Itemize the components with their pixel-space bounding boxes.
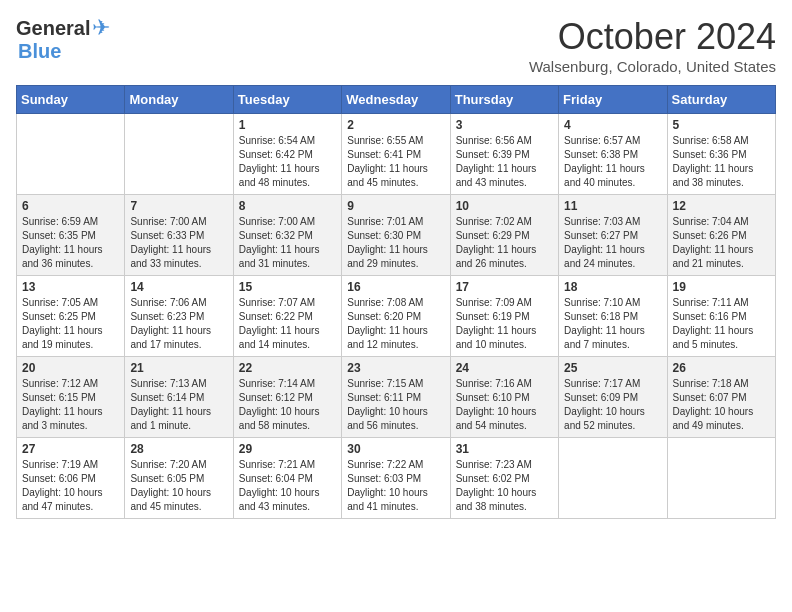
day-number: 6 (22, 199, 119, 213)
calendar-cell: 20Sunrise: 7:12 AMSunset: 6:15 PMDayligh… (17, 357, 125, 438)
calendar-cell: 6Sunrise: 6:59 AMSunset: 6:35 PMDaylight… (17, 195, 125, 276)
day-info: Sunrise: 6:56 AMSunset: 6:39 PMDaylight:… (456, 134, 553, 190)
day-info: Sunrise: 7:23 AMSunset: 6:02 PMDaylight:… (456, 458, 553, 514)
calendar-cell: 10Sunrise: 7:02 AMSunset: 6:29 PMDayligh… (450, 195, 558, 276)
day-number: 21 (130, 361, 227, 375)
calendar-week-row: 27Sunrise: 7:19 AMSunset: 6:06 PMDayligh… (17, 438, 776, 519)
day-info: Sunrise: 7:10 AMSunset: 6:18 PMDaylight:… (564, 296, 661, 352)
day-number: 16 (347, 280, 444, 294)
day-info: Sunrise: 7:13 AMSunset: 6:14 PMDaylight:… (130, 377, 227, 433)
calendar-cell: 24Sunrise: 7:16 AMSunset: 6:10 PMDayligh… (450, 357, 558, 438)
day-info: Sunrise: 7:04 AMSunset: 6:26 PMDaylight:… (673, 215, 770, 271)
calendar-cell: 18Sunrise: 7:10 AMSunset: 6:18 PMDayligh… (559, 276, 667, 357)
day-number: 17 (456, 280, 553, 294)
day-number: 15 (239, 280, 336, 294)
day-number: 5 (673, 118, 770, 132)
day-info: Sunrise: 6:58 AMSunset: 6:36 PMDaylight:… (673, 134, 770, 190)
day-info: Sunrise: 7:16 AMSunset: 6:10 PMDaylight:… (456, 377, 553, 433)
calendar-week-row: 20Sunrise: 7:12 AMSunset: 6:15 PMDayligh… (17, 357, 776, 438)
day-number: 26 (673, 361, 770, 375)
day-info: Sunrise: 7:00 AMSunset: 6:32 PMDaylight:… (239, 215, 336, 271)
day-number: 10 (456, 199, 553, 213)
calendar-cell: 21Sunrise: 7:13 AMSunset: 6:14 PMDayligh… (125, 357, 233, 438)
title-area: October 2024 Walsenburg, Colorado, Unite… (529, 16, 776, 75)
page-header: General ✈ Blue October 2024 Walsenburg, … (16, 16, 776, 75)
day-info: Sunrise: 7:14 AMSunset: 6:12 PMDaylight:… (239, 377, 336, 433)
day-info: Sunrise: 7:07 AMSunset: 6:22 PMDaylight:… (239, 296, 336, 352)
day-info: Sunrise: 7:06 AMSunset: 6:23 PMDaylight:… (130, 296, 227, 352)
calendar-cell: 1Sunrise: 6:54 AMSunset: 6:42 PMDaylight… (233, 114, 341, 195)
day-info: Sunrise: 7:03 AMSunset: 6:27 PMDaylight:… (564, 215, 661, 271)
day-number: 18 (564, 280, 661, 294)
column-header-thursday: Thursday (450, 86, 558, 114)
day-number: 13 (22, 280, 119, 294)
calendar-cell: 23Sunrise: 7:15 AMSunset: 6:11 PMDayligh… (342, 357, 450, 438)
day-info: Sunrise: 6:54 AMSunset: 6:42 PMDaylight:… (239, 134, 336, 190)
day-number: 12 (673, 199, 770, 213)
column-header-sunday: Sunday (17, 86, 125, 114)
day-number: 1 (239, 118, 336, 132)
calendar-cell: 9Sunrise: 7:01 AMSunset: 6:30 PMDaylight… (342, 195, 450, 276)
column-header-tuesday: Tuesday (233, 86, 341, 114)
logo-bird-icon: ✈ (92, 16, 110, 40)
calendar-cell: 16Sunrise: 7:08 AMSunset: 6:20 PMDayligh… (342, 276, 450, 357)
day-number: 23 (347, 361, 444, 375)
day-info: Sunrise: 7:08 AMSunset: 6:20 PMDaylight:… (347, 296, 444, 352)
day-number: 9 (347, 199, 444, 213)
day-number: 31 (456, 442, 553, 456)
day-number: 20 (22, 361, 119, 375)
day-number: 24 (456, 361, 553, 375)
calendar-cell: 22Sunrise: 7:14 AMSunset: 6:12 PMDayligh… (233, 357, 341, 438)
day-number: 25 (564, 361, 661, 375)
day-number: 4 (564, 118, 661, 132)
calendar-week-row: 1Sunrise: 6:54 AMSunset: 6:42 PMDaylight… (17, 114, 776, 195)
calendar-cell: 26Sunrise: 7:18 AMSunset: 6:07 PMDayligh… (667, 357, 775, 438)
calendar-cell: 8Sunrise: 7:00 AMSunset: 6:32 PMDaylight… (233, 195, 341, 276)
calendar-cell: 11Sunrise: 7:03 AMSunset: 6:27 PMDayligh… (559, 195, 667, 276)
day-info: Sunrise: 7:02 AMSunset: 6:29 PMDaylight:… (456, 215, 553, 271)
location-text: Walsenburg, Colorado, United States (529, 58, 776, 75)
day-number: 22 (239, 361, 336, 375)
calendar-table: SundayMondayTuesdayWednesdayThursdayFrid… (16, 85, 776, 519)
day-number: 19 (673, 280, 770, 294)
day-info: Sunrise: 6:57 AMSunset: 6:38 PMDaylight:… (564, 134, 661, 190)
day-info: Sunrise: 7:00 AMSunset: 6:33 PMDaylight:… (130, 215, 227, 271)
calendar-cell (559, 438, 667, 519)
day-info: Sunrise: 7:15 AMSunset: 6:11 PMDaylight:… (347, 377, 444, 433)
day-info: Sunrise: 7:22 AMSunset: 6:03 PMDaylight:… (347, 458, 444, 514)
calendar-cell: 3Sunrise: 6:56 AMSunset: 6:39 PMDaylight… (450, 114, 558, 195)
day-info: Sunrise: 6:55 AMSunset: 6:41 PMDaylight:… (347, 134, 444, 190)
day-info: Sunrise: 7:20 AMSunset: 6:05 PMDaylight:… (130, 458, 227, 514)
day-info: Sunrise: 7:18 AMSunset: 6:07 PMDaylight:… (673, 377, 770, 433)
calendar-cell: 4Sunrise: 6:57 AMSunset: 6:38 PMDaylight… (559, 114, 667, 195)
calendar-cell: 17Sunrise: 7:09 AMSunset: 6:19 PMDayligh… (450, 276, 558, 357)
column-header-monday: Monday (125, 86, 233, 114)
day-number: 8 (239, 199, 336, 213)
calendar-cell: 7Sunrise: 7:00 AMSunset: 6:33 PMDaylight… (125, 195, 233, 276)
day-info: Sunrise: 7:09 AMSunset: 6:19 PMDaylight:… (456, 296, 553, 352)
day-number: 14 (130, 280, 227, 294)
day-info: Sunrise: 6:59 AMSunset: 6:35 PMDaylight:… (22, 215, 119, 271)
day-info: Sunrise: 7:21 AMSunset: 6:04 PMDaylight:… (239, 458, 336, 514)
calendar-cell (667, 438, 775, 519)
day-number: 2 (347, 118, 444, 132)
day-number: 11 (564, 199, 661, 213)
calendar-cell: 27Sunrise: 7:19 AMSunset: 6:06 PMDayligh… (17, 438, 125, 519)
column-header-wednesday: Wednesday (342, 86, 450, 114)
calendar-cell: 13Sunrise: 7:05 AMSunset: 6:25 PMDayligh… (17, 276, 125, 357)
calendar-cell: 12Sunrise: 7:04 AMSunset: 6:26 PMDayligh… (667, 195, 775, 276)
calendar-cell (125, 114, 233, 195)
calendar-header-row: SundayMondayTuesdayWednesdayThursdayFrid… (17, 86, 776, 114)
day-info: Sunrise: 7:01 AMSunset: 6:30 PMDaylight:… (347, 215, 444, 271)
day-number: 30 (347, 442, 444, 456)
day-info: Sunrise: 7:17 AMSunset: 6:09 PMDaylight:… (564, 377, 661, 433)
logo: General ✈ Blue (16, 16, 110, 62)
logo-blue-text: Blue (18, 40, 61, 62)
calendar-week-row: 13Sunrise: 7:05 AMSunset: 6:25 PMDayligh… (17, 276, 776, 357)
day-info: Sunrise: 7:11 AMSunset: 6:16 PMDaylight:… (673, 296, 770, 352)
calendar-cell: 30Sunrise: 7:22 AMSunset: 6:03 PMDayligh… (342, 438, 450, 519)
month-title: October 2024 (529, 16, 776, 58)
day-number: 7 (130, 199, 227, 213)
calendar-cell: 29Sunrise: 7:21 AMSunset: 6:04 PMDayligh… (233, 438, 341, 519)
calendar-cell: 5Sunrise: 6:58 AMSunset: 6:36 PMDaylight… (667, 114, 775, 195)
